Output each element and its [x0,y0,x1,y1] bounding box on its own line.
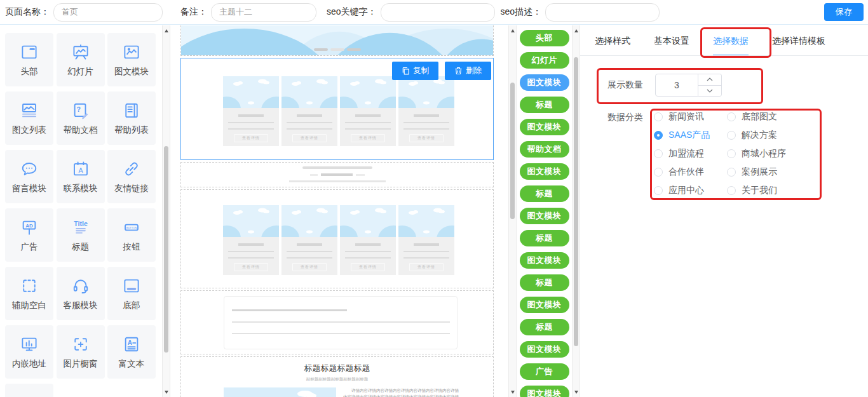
radio-option-解决方案[interactable]: 解决方案 [727,129,822,141]
module-label: 广告 [21,241,38,253]
tab-选择数据[interactable]: 选择数据 [713,36,749,56]
scroll-up-icon[interactable] [509,27,516,34]
module-library-item-留言模块[interactable]: 留言模块 [5,150,53,203]
module-library-item-辅助空白[interactable]: 辅助空白 [5,267,53,320]
module-library-item[interactable] [5,384,53,397]
scroll-down-icon[interactable] [573,388,580,396]
scroll-up-icon[interactable] [573,27,580,34]
module-pill[interactable]: 图文模块 [520,208,569,224]
module-library-item-内嵌地址[interactable]: 内嵌地址 [5,325,53,379]
module-library-item-图文列表[interactable]: 图文列表 [5,91,53,145]
module-library-item-帮助列表[interactable]: 帮助列表 [107,91,156,145]
tab-基本设置[interactable]: 基本设置 [654,36,689,56]
scroll-down-icon[interactable] [163,388,170,396]
module-library-item-友情链接[interactable]: 友情链接 [107,150,156,203]
module-pill[interactable]: 图文模块 [520,341,569,358]
module-pill[interactable]: 图文模块 [520,386,569,397]
radio-option-关于我们[interactable]: 关于我们 [727,184,822,196]
display-count-input[interactable] [655,74,698,97]
module-pill[interactable]: 标题 [520,97,569,113]
radio-option-应用中心[interactable]: 应用中心 [654,184,727,196]
page-name-input[interactable] [53,3,163,22]
canvas-module-imagetext[interactable]: 查看详情 查看详情 [180,189,494,288]
module-pill[interactable]: 幻灯片 [520,52,569,69]
display-count-label: 展示数量 [607,79,643,91]
module-library-item-客服模块[interactable]: 客服模块 [57,267,105,320]
module-label: 幻灯片 [67,66,93,77]
module-pill[interactable]: 图文模块 [520,163,569,180]
module-pill[interactable]: 图文模块 [520,252,569,269]
stepper-up-button[interactable] [698,74,721,85]
helplist-icon [122,101,141,120]
module-label: 内嵌地址 [12,358,46,370]
module-pill[interactable]: 标题 [520,185,569,202]
radio-option-商城小程序[interactable]: 商城小程序 [727,147,822,159]
module-library-item-图片橱窗[interactable]: 图片橱窗 [57,325,105,379]
seo-description-input[interactable] [545,3,660,22]
module-pill[interactable]: 广告 [520,363,569,380]
radio-option-底部图文[interactable]: 底部图文 [727,111,822,123]
module-library-item-图文模块[interactable]: 图文模块 [107,33,156,86]
canvas-module-imagetext-selected[interactable]: 复制 删除 [180,58,494,160]
module-library-item-广告[interactable]: AD 广告 [5,208,53,262]
canvas-module-title[interactable] [180,162,494,187]
radio-option-加盟流程[interactable]: 加盟流程 [654,147,727,159]
module-pill[interactable]: 图文模块 [520,74,569,91]
card-title-line [297,114,322,117]
canvas-module-helpdoc[interactable] [180,290,494,354]
scrollbar-thumb[interactable] [164,146,168,353]
tab-选择详情模板[interactable]: 选择详情模板 [772,36,825,56]
module-library-item-标题[interactable]: Title 标题 [57,208,105,262]
card-title-line [238,243,264,246]
radio-icon [654,168,663,177]
scrollbar-thumb[interactable] [510,83,515,219]
module-pill[interactable]: 图文模块 [520,297,569,313]
module-label: 帮助列表 [114,124,149,136]
field-label: 备注： [180,6,207,18]
module-pill[interactable]: 头部 [520,30,569,46]
card-title-line [238,114,264,117]
card-image-placeholder [340,76,396,108]
scrollbar-thumb[interactable] [574,57,578,346]
module-pill-list: 头部幻灯片图文模块标题图文模块帮助文档图文模块标题图文模块标题图文模块标题图文模… [517,25,572,397]
module-pill[interactable]: 标题 [520,319,569,335]
module-library-item-幻灯片[interactable]: 幻灯片 [57,33,105,86]
module-library-item-按钮[interactable]: BUTTON 按钮 [107,208,156,262]
module-library-item-底部[interactable]: 底部 [107,267,156,320]
module-library-item-帮助文档[interactable]: ? 帮助文档 [57,91,105,145]
canvas-module-header-banner[interactable] [180,25,494,56]
module-library-item-头部[interactable]: 头部 [5,33,53,86]
canvas-scrollbar[interactable] [508,25,517,397]
canvas-module-heading[interactable]: 标题标题标题标题 副标题副标题副标题副标题副标题 详情内容详情内容详情内容详情内… [180,356,494,397]
radio-option-SAAS产品[interactable]: SAAS产品 [654,129,727,141]
module-pill[interactable]: 标题 [520,274,569,291]
page-name-field: 页面名称： [5,3,163,22]
radio-icon [654,186,663,195]
module-pill[interactable]: 图文模块 [520,119,569,135]
radio-option-案例展示[interactable]: 案例展示 [727,166,822,178]
radio-option-新闻资讯[interactable]: 新闻资讯 [654,111,727,123]
card-body-placeholder: 查看详情 [340,108,396,146]
richtext-icon: A [122,335,141,354]
module-library-item-富文本[interactable]: A 富文本 [107,325,156,379]
module-pill[interactable]: 标题 [520,230,569,246]
scroll-up-icon[interactable] [163,27,170,34]
title-placeholder-row [310,173,365,176]
card-image-placeholder [398,76,454,108]
radio-option-合作伙伴[interactable]: 合作伙伴 [654,166,727,178]
delete-button[interactable]: 删除 [445,62,491,80]
save-button[interactable]: 保存 [824,3,864,21]
seo-keywords-input[interactable] [381,3,495,22]
title-placeholder-line [321,173,353,176]
module-pill[interactable]: 帮助文档 [520,141,569,158]
remark-input[interactable] [211,3,316,22]
copy-button[interactable]: 复制 [392,62,438,80]
tab-选择样式[interactable]: 选择样式 [595,36,630,56]
scroll-down-icon[interactable] [509,388,516,396]
module-library-item-联系模块[interactable]: A 联系模块 [57,150,105,203]
title-icon: Title [71,218,90,237]
showcase-icon [71,335,90,354]
stepper-down-button[interactable] [698,85,721,97]
pill-list-scrollbar[interactable] [572,25,580,397]
sidebar-scrollbar[interactable] [162,25,170,397]
